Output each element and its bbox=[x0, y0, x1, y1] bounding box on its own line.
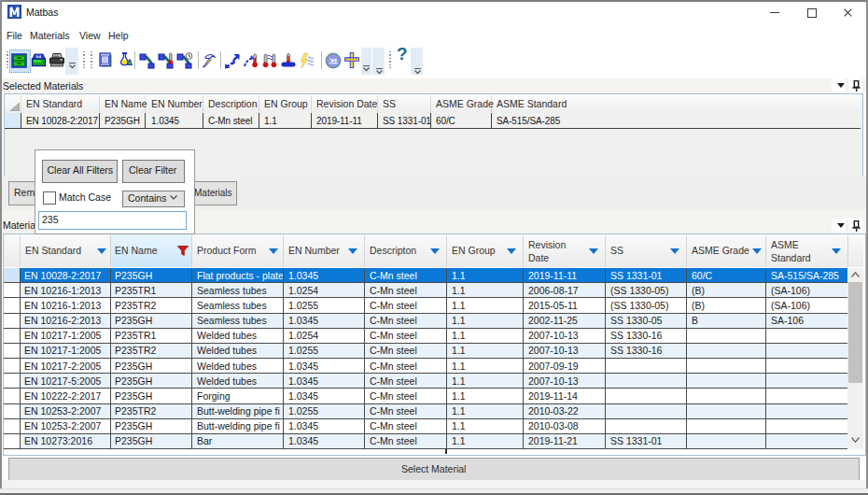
svg-text:+1: +1 bbox=[330, 58, 338, 64]
